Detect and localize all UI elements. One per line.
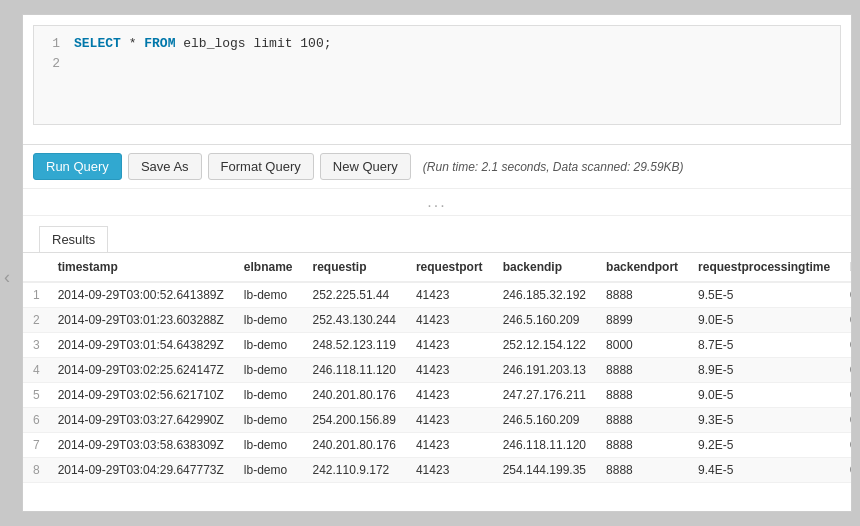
cell-4-8: 0.039483 xyxy=(840,383,851,408)
cell-5-3: 254.200.156.89 xyxy=(303,408,406,433)
chevron-left-icon: ‹ xyxy=(4,267,10,287)
editor-section: 1 2 SELECT * FROM elb_logs limit 100; xyxy=(23,15,851,145)
col-header-requestport: requestport xyxy=(406,253,493,282)
cell-3-4: 41423 xyxy=(406,358,493,383)
col-header-backendport: backendport xyxy=(596,253,688,282)
cell-5-6: 8888 xyxy=(596,408,688,433)
cell-4-2: lb-demo xyxy=(234,383,303,408)
cell-6-2: lb-demo xyxy=(234,433,303,458)
line-numbers: 1 2 xyxy=(34,26,66,81)
table-row: 52014-09-29T03:02:56.621710Zlb-demo240.2… xyxy=(23,383,851,408)
cell-2-3: 248.52.123.119 xyxy=(303,333,406,358)
code-editor[interactable]: 1 2 SELECT * FROM elb_logs limit 100; xyxy=(33,25,841,125)
left-nav-arrow[interactable]: ‹ xyxy=(0,257,14,298)
col-header-timestamp: timestamp xyxy=(48,253,234,282)
table-row: 32014-09-29T03:01:54.643829Zlb-demo248.5… xyxy=(23,333,851,358)
cell-7-5: 254.144.199.35 xyxy=(493,458,596,483)
cell-6-7: 9.2E-5 xyxy=(688,433,840,458)
cell-3-5: 246.191.203.13 xyxy=(493,358,596,383)
table-row: 22014-09-29T03:01:23.603288Zlb-demo252.4… xyxy=(23,308,851,333)
cell-1-5: 246.5.160.209 xyxy=(493,308,596,333)
results-tabs: Results xyxy=(23,216,851,253)
cell-0-8: 0.035755 xyxy=(840,282,851,308)
cell-6-6: 8888 xyxy=(596,433,688,458)
table-row: 62014-09-29T03:03:27.642990Zlb-demo254.2… xyxy=(23,408,851,433)
cell-7-4: 41423 xyxy=(406,458,493,483)
row-num: 1 xyxy=(23,282,48,308)
run-info: (Run time: 2.1 seconds, Data scanned: 29… xyxy=(423,160,684,174)
cell-3-1: 2014-09-29T03:02:25.624147Z xyxy=(48,358,234,383)
cell-5-1: 2014-09-29T03:03:27.642990Z xyxy=(48,408,234,433)
cell-6-5: 246.118.11.120 xyxy=(493,433,596,458)
row-num: 6 xyxy=(23,408,48,433)
cell-3-7: 8.9E-5 xyxy=(688,358,840,383)
row-num: 8 xyxy=(23,458,48,483)
cell-3-8: 0.046141 xyxy=(840,358,851,383)
results-table: timestamp elbname requestip requestport … xyxy=(23,253,851,483)
cell-5-8: 0.05285 xyxy=(840,408,851,433)
row-num: 2 xyxy=(23,308,48,333)
col-header-backendprocessingtime: backendprocessingtime xyxy=(840,253,851,282)
table-row: 12014-09-29T03:00:52.641389Zlb-demo252.2… xyxy=(23,282,851,308)
results-table-wrapper[interactable]: timestamp elbname requestip requestport … xyxy=(23,253,851,483)
cell-4-3: 240.201.80.176 xyxy=(303,383,406,408)
format-query-button[interactable]: Format Query xyxy=(208,153,314,180)
cell-7-8: 0.046127 xyxy=(840,458,851,483)
cell-2-8: 0.050951 xyxy=(840,333,851,358)
cell-7-6: 8888 xyxy=(596,458,688,483)
col-header-elbname: elbname xyxy=(234,253,303,282)
cell-5-4: 41423 xyxy=(406,408,493,433)
cell-2-5: 252.12.154.122 xyxy=(493,333,596,358)
cell-1-8: 0.048942 xyxy=(840,308,851,333)
cell-1-6: 8899 xyxy=(596,308,688,333)
cell-4-6: 8888 xyxy=(596,383,688,408)
cell-6-1: 2014-09-29T03:03:58.638309Z xyxy=(48,433,234,458)
cell-4-5: 247.27.176.211 xyxy=(493,383,596,408)
results-section[interactable]: Results timestamp elbname requestip requ… xyxy=(23,216,851,511)
cell-0-4: 41423 xyxy=(406,282,493,308)
cell-1-7: 9.0E-5 xyxy=(688,308,840,333)
cell-7-7: 9.4E-5 xyxy=(688,458,840,483)
table-header-row: timestamp elbname requestip requestport … xyxy=(23,253,851,282)
row-num: 7 xyxy=(23,433,48,458)
col-header-requestip: requestip xyxy=(303,253,406,282)
table-row: 82014-09-29T03:04:29.647773Zlb-demo242.1… xyxy=(23,458,851,483)
results-tab[interactable]: Results xyxy=(39,226,108,252)
cell-5-7: 9.3E-5 xyxy=(688,408,840,433)
cell-1-3: 252.43.130.244 xyxy=(303,308,406,333)
table-row: 72014-09-29T03:03:58.638309Zlb-demo240.2… xyxy=(23,433,851,458)
cell-0-6: 8888 xyxy=(596,282,688,308)
cell-2-1: 2014-09-29T03:01:54.643829Z xyxy=(48,333,234,358)
cell-3-2: lb-demo xyxy=(234,358,303,383)
toolbar: Run Query Save As Format Query New Query… xyxy=(23,145,851,189)
cell-7-1: 2014-09-29T03:04:29.647773Z xyxy=(48,458,234,483)
col-header-requestprocessingtime: requestprocessingtime xyxy=(688,253,840,282)
row-num: 4 xyxy=(23,358,48,383)
cell-5-2: lb-demo xyxy=(234,408,303,433)
cell-3-3: 246.118.11.120 xyxy=(303,358,406,383)
code-line-2 xyxy=(74,54,832,74)
cell-2-7: 8.7E-5 xyxy=(688,333,840,358)
run-query-button[interactable]: Run Query xyxy=(33,153,122,180)
new-query-button[interactable]: New Query xyxy=(320,153,411,180)
row-num: 5 xyxy=(23,383,48,408)
cell-1-2: lb-demo xyxy=(234,308,303,333)
cell-3-6: 8888 xyxy=(596,358,688,383)
cell-0-7: 9.5E-5 xyxy=(688,282,840,308)
cell-0-2: lb-demo xyxy=(234,282,303,308)
cell-2-4: 41423 xyxy=(406,333,493,358)
cell-7-3: 242.110.9.172 xyxy=(303,458,406,483)
cell-6-4: 41423 xyxy=(406,433,493,458)
cell-2-6: 8000 xyxy=(596,333,688,358)
cell-2-2: lb-demo xyxy=(234,333,303,358)
cell-0-5: 246.185.32.192 xyxy=(493,282,596,308)
col-header-rownum xyxy=(23,253,48,282)
table-row: 42014-09-29T03:02:25.624147Zlb-demo246.1… xyxy=(23,358,851,383)
cell-4-7: 9.0E-5 xyxy=(688,383,840,408)
code-line-1: SELECT * FROM elb_logs limit 100; xyxy=(74,34,832,54)
save-as-button[interactable]: Save As xyxy=(128,153,202,180)
row-num: 3 xyxy=(23,333,48,358)
cell-1-1: 2014-09-29T03:01:23.603288Z xyxy=(48,308,234,333)
divider: ... xyxy=(23,189,851,216)
line-num-2: 2 xyxy=(40,54,60,74)
